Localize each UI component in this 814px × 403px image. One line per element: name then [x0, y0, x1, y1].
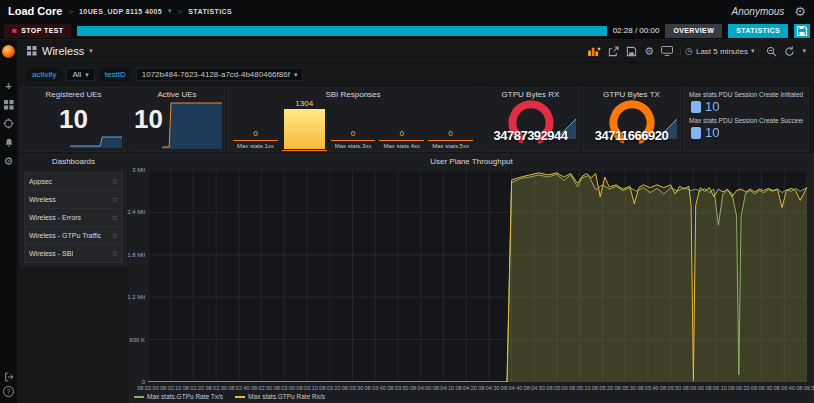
x-tick-label: 08:03:20 — [319, 385, 340, 391]
x-tick-label: 08:03:10 — [296, 385, 317, 391]
stat-label: Max stats.PDU Session Create Succeeded — [689, 117, 803, 124]
dashboard-name[interactable]: Wireless — [42, 45, 84, 57]
stat-panels-row: Registered UEs 10 Active UEs 10 SBI Resp… — [20, 87, 814, 152]
add-icon[interactable]: + — [2, 79, 15, 92]
x-tick-label: 08:05:50 — [660, 385, 681, 391]
chevron-down-icon: ▾ — [751, 47, 755, 55]
explore-compass-icon[interactable] — [2, 117, 15, 130]
x-tick-label: 08:06:50 — [796, 385, 814, 391]
grafana-logo[interactable] — [2, 45, 15, 58]
pdu-initiated-stat: Max stats.PDU Session Create Initiated 1… — [689, 91, 803, 114]
gtpu-bytes-tx-panel[interactable]: GTPU Bytes TX 34711666920 — [582, 87, 681, 152]
x-tick-label: 08:03:30 — [342, 385, 363, 391]
dashboard-item-wireless-sbi[interactable]: Wireless - SBI ☆ — [24, 244, 123, 263]
sign-in-icon[interactable] — [2, 370, 15, 383]
legend-item[interactable]: Max stats.GTPu Rate Rx/s — [235, 393, 325, 400]
breadcrumb-test-name[interactable]: 10UES_UDP 8115 4005 — [79, 8, 162, 15]
x-tick-label: 08:05:20 — [592, 385, 613, 391]
x-tick-label: 08:02:30 — [205, 385, 226, 391]
panel-title: Active UEs — [130, 88, 224, 99]
pdu-session-stats-panel[interactable]: Max stats.PDU Session Create Initiated 1… — [683, 87, 809, 152]
sbi-value: 1304 — [295, 99, 313, 109]
sbi-bar-label: Max stats.4xx — [383, 141, 420, 149]
stop-icon: ■ — [12, 27, 17, 35]
breadcrumb: Load Core > 10UES_UDP 8115 4005 ▾ > STAT… — [8, 5, 232, 17]
share-icon[interactable] — [608, 46, 619, 57]
gtpu-bytes-rx-panel[interactable]: GTPU Bytes RX 34787392944 — [481, 87, 580, 152]
elapsed-time: 02:28 / 00:00 — [613, 26, 660, 35]
throughput-plot[interactable] — [148, 170, 807, 382]
registered-ues-panel[interactable]: Registered UEs 10 — [20, 87, 127, 152]
alerts-bell-icon[interactable] — [2, 136, 15, 149]
dashboard-item-wireless-gtpu-traffic[interactable]: Wireless - GTPu Traffic ☆ — [24, 226, 123, 244]
y-tick-label: 1.8 Mil — [127, 252, 145, 258]
gear-icon[interactable]: ⚙ — [794, 5, 806, 18]
active-ues-panel[interactable]: Active UEs 10 — [129, 87, 225, 152]
sbi-bar-col-3xx: 0 Max stats.3xx — [331, 99, 376, 149]
chevron-down-icon[interactable]: ▾ — [168, 7, 172, 15]
stat-label: Max stats.PDU Session Create Initiated — [689, 91, 803, 98]
star-icon[interactable]: ☆ — [112, 178, 118, 186]
activity-filter-select[interactable]: All ▾ — [66, 68, 94, 81]
legend-swatch — [235, 396, 245, 398]
chart-panels-icon[interactable] — [588, 46, 601, 56]
x-tick-label: 08:05:00 — [546, 385, 567, 391]
save-results-button[interactable] — [794, 24, 810, 38]
filter-bar: activity All ▾ testID 1072b484-7623-4128… — [17, 63, 814, 86]
registered-ues-value: 10 — [21, 104, 126, 135]
breadcrumb-page-statistics[interactable]: STATISTICS — [188, 8, 232, 15]
help-icon[interactable]: ? — [3, 386, 14, 397]
settings-gear-icon[interactable]: ⚙ — [2, 155, 15, 168]
x-tick-label: 08:06:40 — [774, 385, 795, 391]
progress-fill — [77, 26, 606, 36]
panel-title: Registered UEs — [21, 88, 126, 99]
star-icon[interactable]: ☆ — [112, 250, 118, 258]
testid-filter-value: 1072b484-7623-4128-a7cd-4b480466f86f — [142, 70, 290, 79]
stop-test-button[interactable]: ■ STOP TEST — [4, 24, 71, 38]
dashboard-settings-gear-icon[interactable]: ⚙ — [644, 46, 654, 57]
panel-title: SBI Responses — [228, 88, 478, 99]
app-title: Load Core — [8, 5, 62, 17]
stat-color-swatch — [691, 101, 701, 113]
refresh-interval-caret-icon[interactable]: ▾ — [802, 47, 806, 55]
test-progress-bar — [77, 26, 606, 36]
save-dashboard-icon[interactable] — [626, 46, 637, 57]
time-range-picker[interactable]: ◷ Last 5 minutes ▾ — [680, 46, 759, 57]
tv-mode-icon[interactable] — [661, 46, 673, 56]
time-range-label: Last 5 minutes — [696, 47, 748, 56]
star-icon[interactable]: ☆ — [112, 214, 118, 222]
stat-value: 10 — [705, 99, 719, 114]
sbi-responses-panel[interactable]: SBI Responses 0 Max stats.1xx 1304 Max s… — [227, 87, 479, 152]
dashboard-item-wireless-errors[interactable]: Wireless - Errors ☆ — [24, 208, 123, 226]
x-tick-label: 08:04:20 — [455, 385, 476, 391]
x-tick-label: 08:06:30 — [751, 385, 772, 391]
user-name[interactable]: Anonymous — [732, 6, 785, 17]
activity-filter-label: activity — [27, 68, 61, 81]
bottom-row: Dashboards Appsec ☆ Wireless ☆ Wireless … — [20, 154, 814, 403]
y-tick-label: 600 K — [129, 337, 145, 343]
activity-filter-value: All — [72, 70, 81, 79]
legend-swatch — [134, 396, 144, 398]
star-icon[interactable]: ☆ — [112, 232, 118, 240]
dashboard-item-appsec[interactable]: Appsec ☆ — [24, 172, 123, 190]
statistics-button[interactable]: STATISTICS — [728, 24, 788, 38]
legend-item[interactable]: Max stats.GTPu Rate Tx/s — [134, 393, 223, 400]
dashboard-list: Appsec ☆ Wireless ☆ Wireless - Errors ☆ … — [24, 172, 123, 263]
dashboard-item-wireless[interactable]: Wireless ☆ — [24, 190, 123, 208]
main-content: Wireless ▾ ⚙ ◷ Last 5 min — [17, 40, 814, 403]
breadcrumb-separator: > — [68, 7, 73, 16]
dashboards-grid-icon[interactable] — [2, 98, 15, 111]
star-icon[interactable]: ☆ — [112, 196, 118, 204]
x-tick-label: 08:04:10 — [433, 385, 454, 391]
chevron-down-icon[interactable]: ▾ — [89, 47, 93, 55]
overview-button[interactable]: OVERVIEW — [665, 24, 722, 38]
user-plane-throughput-panel[interactable]: User Plane Throughput 3 Mil2.4 Mil1.8 Mi… — [129, 154, 814, 403]
sbi-value: 0 — [400, 129, 404, 139]
x-tick-label: 08:04:40 — [501, 385, 522, 391]
chart-plot-area: 3 Mil2.4 Mil1.8 Mil1.2 Mil600 K0 08:02:0… — [132, 168, 811, 400]
x-tick-label: 08:04:30 — [478, 385, 499, 391]
gtpu-bytes-tx-value: 34711666920 — [583, 128, 680, 143]
refresh-icon[interactable] — [784, 46, 795, 57]
testid-filter-select[interactable]: 1072b484-7623-4128-a7cd-4b480466f86f ▾ — [136, 68, 304, 81]
zoom-out-icon[interactable] — [766, 46, 777, 57]
